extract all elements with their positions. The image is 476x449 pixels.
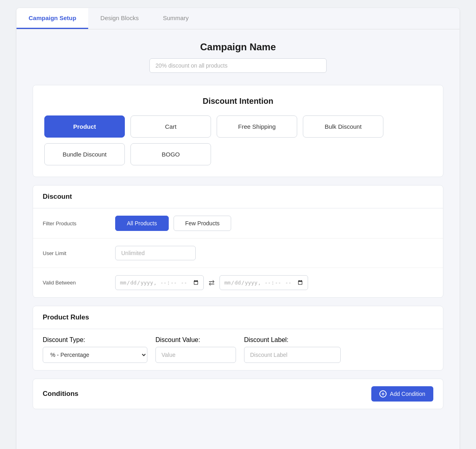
- pr-inputs-row: % - Percentage $ - Fixed Amount Fixed Pr…: [43, 347, 433, 363]
- discount-value-label: Discount Value:: [155, 336, 236, 344]
- intention-btn-bundle-discount[interactable]: Bundle Discount: [44, 143, 125, 165]
- conditions-card: Conditions + Add Condition: [33, 379, 443, 409]
- pr-labels-row: Discount Type: Discount Value: Discount …: [43, 336, 433, 344]
- page-container: Campaign Setup Design Blocks Summary Cam…: [17, 8, 459, 449]
- campaign-name-input[interactable]: [149, 58, 327, 73]
- conditions-header: Conditions + Add Condition: [33, 379, 443, 409]
- discount-intention-title: Discount Intention: [44, 97, 432, 106]
- conditions-title: Conditions: [43, 390, 79, 398]
- intention-btn-free-shipping[interactable]: Free Shipping: [217, 115, 297, 138]
- tab-summary[interactable]: Summary: [151, 8, 201, 29]
- discount-intention-card: Discount Intention Product Cart Free Shi…: [33, 85, 443, 177]
- plus-circle-icon: +: [379, 390, 387, 398]
- discount-type-label: Discount Type:: [43, 336, 147, 344]
- discount-label-input[interactable]: [244, 347, 341, 363]
- discount-label-label: Discount Label:: [244, 336, 341, 344]
- tab-campaign-setup[interactable]: Campaign Setup: [17, 8, 88, 29]
- campaign-name-title: Campaign Name: [33, 41, 443, 53]
- discount-type-select[interactable]: % - Percentage $ - Fixed Amount Fixed Pr…: [43, 347, 147, 363]
- product-rules-header: Product Rules: [33, 306, 443, 329]
- product-rules-body: Discount Type: Discount Value: Discount …: [33, 329, 443, 370]
- user-limit-row: User Limit: [33, 239, 443, 268]
- campaign-name-section: Campaign Name: [33, 41, 443, 73]
- intention-row-1: Product Cart Free Shipping Bulk Discount: [44, 115, 432, 138]
- swap-icon: ⇄: [209, 278, 215, 287]
- discount-section-header: Discount: [33, 185, 443, 208]
- user-limit-controls: [115, 246, 433, 260]
- filter-products-controls: All Products Few Products: [115, 216, 433, 231]
- add-condition-button[interactable]: + Add Condition: [371, 386, 433, 402]
- intention-btn-product[interactable]: Product: [44, 115, 125, 138]
- intention-btn-bulk-discount[interactable]: Bulk Discount: [303, 115, 383, 138]
- valid-between-controls: ⇄: [115, 275, 433, 290]
- intention-row-2: Bundle Discount BOGO: [44, 143, 432, 165]
- intention-grid: Product Cart Free Shipping Bulk Discount…: [44, 115, 432, 165]
- discount-value-input[interactable]: [155, 347, 236, 363]
- user-limit-label: User Limit: [43, 250, 107, 256]
- discount-section-card: Discount Filter Products All Products Fe…: [33, 185, 443, 298]
- filter-products-label: Filter Products: [43, 220, 107, 227]
- intention-btn-bogo[interactable]: BOGO: [130, 143, 211, 165]
- content-area: Campaign Name Discount Intention Product…: [17, 29, 459, 449]
- tab-design-blocks[interactable]: Design Blocks: [88, 8, 151, 29]
- date-end-input[interactable]: [219, 275, 308, 290]
- valid-between-row: Valid Between ⇄: [33, 268, 443, 297]
- valid-between-label: Valid Between: [43, 280, 107, 286]
- user-limit-input[interactable]: [115, 246, 196, 260]
- intention-btn-cart[interactable]: Cart: [130, 115, 211, 138]
- filter-products-row: Filter Products All Products Few Product…: [33, 208, 443, 239]
- product-rules-card: Product Rules Discount Type: Discount Va…: [33, 306, 443, 371]
- filter-all-products-btn[interactable]: All Products: [115, 216, 169, 231]
- tabs: Campaign Setup Design Blocks Summary: [17, 8, 459, 29]
- date-start-input[interactable]: [115, 275, 204, 290]
- filter-few-products-btn[interactable]: Few Products: [174, 216, 232, 231]
- add-condition-label: Add Condition: [390, 391, 425, 397]
